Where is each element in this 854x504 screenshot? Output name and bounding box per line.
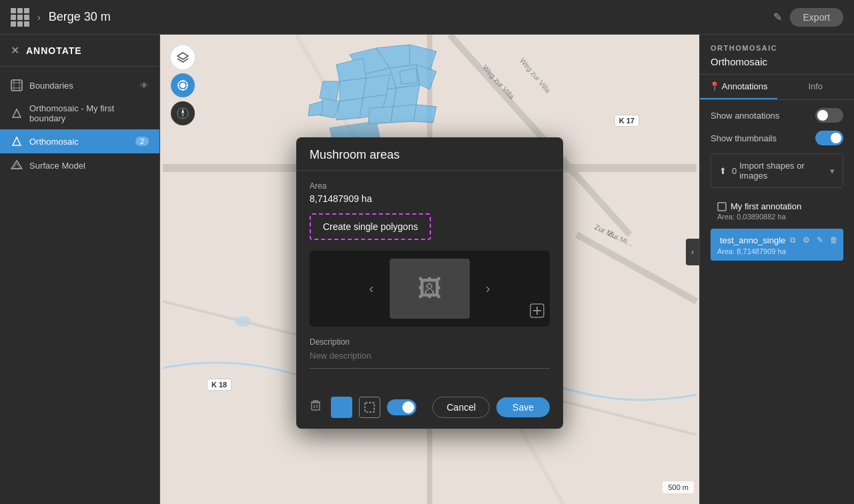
eye-icon[interactable]: 👁 [140,81,149,91]
annotations-tab-label: Annotations [722,81,768,91]
modal-overlay: Mushroom areas Area 8,71487909 ha Create… [160,35,699,504]
map-area[interactable]: Weg zur Villa Zur Mi... K 17 K 18 Weg zu… [160,35,699,504]
surface-label: Surface Model [29,161,149,171]
add-image-button[interactable] [530,303,544,321]
panel-tabs: 📍 Annotations Info [700,75,854,100]
copy-action-button[interactable]: ⧉ [788,234,798,246]
toggle-slider [387,399,416,415]
area-value: 8,71487909 ha [310,193,550,204]
description-input[interactable] [310,351,550,361]
main-layout: ✕ ANNOTATE Boundaries 👁 Orthomosaic - My… [0,35,854,504]
svg-marker-3 [11,161,22,169]
tab-info[interactable]: Info [777,75,855,99]
svg-rect-0 [11,80,22,91]
sidebar-item-surface[interactable]: Surface Model [0,153,159,177]
create-polygons-button[interactable]: Create single polygons [310,213,431,240]
annotation-area-test: Area: 8,71487909 ha [717,247,837,255]
import-header[interactable]: ⬆ 0 Import shapes or images ▾ [711,154,843,187]
image-icon: 🖼 [418,275,442,303]
edit-action-button[interactable]: ✎ [815,234,825,246]
import-icon: ⬆ [719,166,727,176]
export-button[interactable]: Export [790,8,843,27]
right-panel-header: ORTHOMOSAIC Orthomosaic [700,35,854,75]
svg-marker-1 [13,109,21,117]
topbar: › Berge 30 m ✎ Export [0,0,854,35]
svg-rect-49 [312,403,320,410]
show-thumbnails-row: Show thumbnails [711,131,843,145]
sidebar-item-orthomosaic[interactable]: Orthomosaic 2 [0,129,159,153]
annotation-actions: ⧉ ⚙ ✎ 🗑 [788,234,840,246]
orthomosaic-badge: 2 [135,137,149,146]
left-sidebar: ✕ ANNOTATE Boundaries 👁 Orthomosaic - My… [0,35,160,504]
divider [310,368,550,369]
cancel-button[interactable]: Cancel [432,397,490,418]
ortho-boundary-label: Orthomosaic - My first boundary [29,103,149,123]
boundaries-label: Boundaries [29,81,133,91]
modal-title: Mushroom areas [310,148,550,162]
show-annotations-label: Show annotations [711,111,779,121]
annotation-item-first[interactable]: My first annotation Area: 0,03890882 ha [711,196,843,226]
page-title: Berge 30 m [49,10,765,24]
prev-image-button[interactable]: ‹ [364,275,379,301]
delete-button[interactable] [310,399,322,415]
next-image-button[interactable]: › [480,275,496,301]
show-annotations-toggle[interactable] [815,108,843,123]
shape-button[interactable] [359,397,380,418]
svg-rect-52 [365,403,374,412]
annotation-name-first: My first annotation [717,201,837,211]
toggle-switch[interactable] [387,399,416,415]
tab-annotations[interactable]: 📍 Annotations [700,75,777,99]
boundary-icon [11,79,23,91]
color-button[interactable] [331,397,352,418]
plus-icon [530,303,544,318]
orthomosaic-icon [11,135,23,147]
show-annotations-row: Show annotations [711,108,843,123]
panel-subtitle: Orthomosaic [711,56,843,67]
annotation-modal: Mushroom areas Area 8,71487909 ha Create… [296,137,563,429]
svg-rect-53 [718,203,726,211]
description-label: Description [310,337,550,347]
import-count: 0 [732,166,737,176]
area-label: Area [310,181,550,191]
info-tab-label: Info [808,81,823,91]
save-button[interactable]: Save [496,397,550,417]
show-annotations-slider [815,108,843,123]
delete-action-button[interactable]: 🗑 [828,234,840,246]
sidebar-item-boundaries[interactable]: Boundaries 👁 [0,73,159,97]
modal-header: Mushroom areas [296,137,563,171]
panel-section-title: ORTHOMOSAIC [711,44,843,52]
shape-icon [364,402,375,413]
show-thumbnails-label: Show thumbnails [711,133,777,143]
show-thumbnails-slider [815,131,843,145]
annotations-tab-icon: 📍 [709,81,720,91]
svg-marker-2 [13,137,21,145]
breadcrumb-chevron: › [37,12,41,23]
edit-icon[interactable]: ✎ [773,11,782,23]
right-panel: ORTHOMOSAIC Orthomosaic 📍 Annotations In… [699,35,854,504]
modal-body: Area 8,71487909 ha Create single polygon… [296,171,563,389]
image-placeholder: 🖼 [390,259,470,319]
annotation-item-test[interactable]: test_anno_single ⧉ ⚙ ✎ 🗑 Area: 8,7148790… [711,229,843,261]
sidebar-item-ortho-boundary[interactable]: Orthomosaic - My first boundary [0,97,159,129]
panel-content: Show annotations Show thumbnails ⬆ 0 Imp… [700,100,854,504]
apps-grid-icon[interactable] [11,8,29,27]
orthomosaic-label: Orthomosaic [29,137,129,147]
image-section: ‹ 🖼 › [310,251,550,327]
import-label: Import shapes or images [739,161,830,181]
settings-action-button[interactable]: ⚙ [801,234,812,246]
trash-icon [310,399,322,411]
surface-icon [11,159,23,171]
import-section: ⬆ 0 Import shapes or images ▾ [711,153,843,188]
anno-rect-icon [717,202,727,211]
modal-footer: Cancel Save [296,389,563,429]
sidebar-title: ANNOTATE [26,45,82,56]
import-chevron-icon: ▾ [830,166,835,176]
show-thumbnails-toggle[interactable] [815,131,843,145]
annotation-name-test: test_anno_single ⧉ ⚙ ✎ 🗑 [717,234,837,246]
close-icon[interactable]: ✕ [11,44,19,57]
annotation-area-first: Area: 0,03890882 ha [717,213,837,221]
ortho-boundary-icon [11,107,23,119]
sidebar-header: ✕ ANNOTATE [0,35,159,67]
sidebar-items: Boundaries 👁 Orthomosaic - My first boun… [0,67,159,184]
